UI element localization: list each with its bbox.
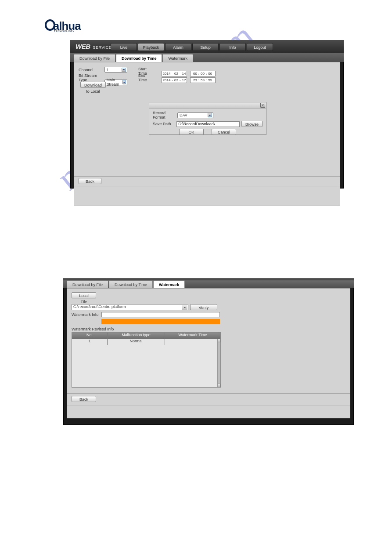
dropdown-arrow-icon [122,68,126,72]
end-time-input[interactable]: 23: 59: 59 [190,77,216,83]
tab-download-by-file[interactable]: Download by File [74,54,115,62]
watermark-revised-table: No. Malfunction type Watermark Time 1 No… [72,332,221,388]
record-format-value: DAV [180,113,187,117]
record-path-combo[interactable]: C:\record\root\Centre platform [72,304,188,310]
download-tabs: Download by File Download by Time Waterm… [70,53,344,62]
tab-watermark[interactable]: Watermark [162,54,193,62]
save-path-input[interactable] [176,121,240,127]
back-button-2[interactable]: Back [72,396,96,402]
end-date-input[interactable]: 2014- 02- 17 [162,77,187,83]
table-scrollbar[interactable] [217,339,220,387]
tab-download-by-time[interactable]: Download by Time [116,54,162,62]
nav-info[interactable]: Info [219,43,246,51]
dialog-titlebar: X [149,102,266,109]
scroll-btn-up-icon[interactable] [218,339,220,342]
logo-ring-icon [45,19,55,31]
dialog-close-button[interactable]: X [260,103,265,108]
channel-select[interactable]: 1 [104,67,127,73]
nav-setup[interactable]: Setup [192,43,219,51]
tab2-download-by-time[interactable]: Download by Time [109,280,153,288]
channel-label: Channel [79,68,103,72]
brand-logo: alhua TECHNOLOGY [45,21,81,33]
save-path-label: Save Path [153,122,176,126]
download-tabs-2: Download by File Download by Time Waterm… [63,280,354,288]
tab2-download-by-file[interactable]: Download by File [67,280,108,288]
record-format-select[interactable]: DAV [177,112,213,118]
th-no: No. [72,333,107,339]
end-date-year: 2014 [163,78,171,82]
ok-button[interactable]: OK [179,129,204,135]
bitstream-select-value: Main Stream [107,78,122,87]
th-malfunction: Malfunction type [107,333,165,339]
verify-button[interactable]: Verify [190,304,217,310]
watermark-info-field [101,312,220,317]
th-watermark-time: Watermark Time [165,333,220,339]
watermark-bottom-strip [67,406,350,418]
form-separator [135,67,136,76]
end-time-sec: 59 [208,78,212,82]
screenshot-watermark: Download by File Download by Time Waterm… [63,278,354,425]
main-nav: Live Playback Alarm Setup Info Logout [111,43,273,51]
download-to-local-button[interactable]: Download to Local [80,82,106,88]
watermark-panel: Local File C:\record\root\Centre platfor… [67,288,350,394]
bitstream-select[interactable]: Main Stream [104,80,127,85]
back-button[interactable]: Back [79,178,101,184]
dropdown-arrow-icon [208,113,212,117]
end-date-day: 17 [182,78,186,82]
local-file-button[interactable]: Local File [72,292,96,298]
nav-live[interactable]: Live [111,43,137,51]
app-brand-small: SERVICE [93,45,111,50]
watermark-progress-bar [101,319,220,324]
app-brand: WEB SERVICE [76,43,111,50]
scroll-btn-down-icon[interactable] [218,384,220,387]
record-format-label: Record Format [153,111,177,120]
logo-text-main: alhua [53,21,81,31]
panel-footer: Back [74,177,340,186]
nav-logout[interactable]: Logout [247,43,273,51]
td-no: 1 [72,339,107,345]
table-header: No. Malfunction type Watermark Time [72,333,220,339]
end-time-min: 59 [201,78,205,82]
panel-bottom-strip [74,186,340,206]
td-time [165,339,220,345]
table-row: 1 Normal [72,339,220,345]
dropdown-arrow-icon [122,80,126,84]
dropdown-arrow-icon [182,305,187,310]
download-settings-dialog: X Record Format DAV Save Path Browse [149,102,266,135]
cancel-button[interactable]: Cancel [212,129,236,135]
download-by-time-panel: Channel 1 Bit Stream Type Main Stream St… [74,62,340,177]
end-date-month: 02 [174,78,178,82]
td-malfunction: Normal [107,339,165,345]
screenshot-download-by-time: WEB SERVICE Live Playback Alarm Setup In… [70,40,344,189]
browse-button[interactable]: Browse [241,121,263,127]
app-brand-bold: WEB [76,43,90,50]
app-topbar: WEB SERVICE Live Playback Alarm Setup In… [70,40,344,53]
tab2-watermark[interactable]: Watermark [153,280,185,288]
record-path-value: C:\record\root\Centre platform [73,305,126,309]
channel-select-value: 1 [107,68,109,72]
bitstream-label: Bit Stream Type [79,73,103,82]
end-time-hour: 23 [193,78,197,82]
watermark-info-label: Watermark Info [72,312,101,317]
watermark-footer: Back [67,394,350,406]
end-time-label: End Time [138,73,155,82]
nav-alarm[interactable]: Alarm [165,43,191,51]
nav-playback[interactable]: Playback [138,43,164,51]
watermark-revised-label: Watermark Revised Info [72,327,345,331]
